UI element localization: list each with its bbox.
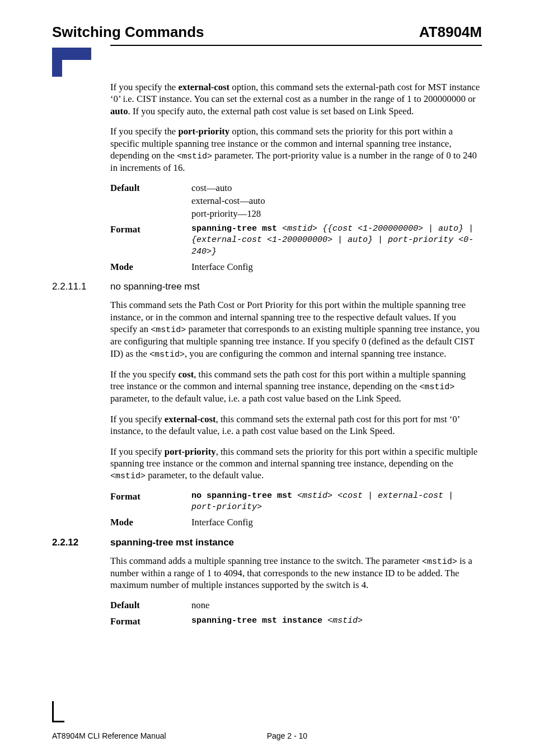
definition-list: Default cost—auto external-cost—auto por… xyxy=(110,182,482,273)
def-mode: Interface Config xyxy=(191,516,482,529)
section-heading: 2.2.12 spanning-tree mst instance xyxy=(110,537,482,548)
svg-rect-1 xyxy=(52,48,62,77)
content-column: If you specify the external-cost option,… xyxy=(110,81,482,636)
term-format: Format xyxy=(110,223,191,258)
section-heading: 2.2.11.1 no spanning-tree mst xyxy=(110,281,482,292)
paragraph: This command adds a multiple spanning tr… xyxy=(110,555,482,591)
header-left: Switching Commands xyxy=(52,24,204,41)
svg-rect-2 xyxy=(52,701,54,722)
section-title: no spanning-tree mst xyxy=(110,281,200,292)
page-footer: AT8904M CLI Reference Manual Page 2 - 10 xyxy=(52,731,482,740)
def-format: spanning-tree mst instance <mstid> xyxy=(191,615,482,628)
section-title: spanning-tree mst instance xyxy=(110,537,234,548)
term-mode: Mode xyxy=(110,516,191,529)
def-mode: Interface Config xyxy=(191,261,482,274)
term-default: Default xyxy=(110,599,191,612)
term-format: Format xyxy=(110,491,191,514)
def-default: cost—auto external-cost—auto port-priori… xyxy=(191,182,482,220)
footer-right: Page 2 - 10 xyxy=(267,731,307,740)
paragraph: If you specify the port-priority option,… xyxy=(110,125,482,174)
footer-left: AT8904M CLI Reference Manual xyxy=(52,731,166,740)
def-format: spanning-tree mst <mstid> {{cost <1-2000… xyxy=(191,223,482,258)
section-number: 2.2.11.1 xyxy=(52,281,110,292)
term-mode: Mode xyxy=(110,261,191,274)
paragraph: This command sets the Path Cost or Port … xyxy=(110,299,482,360)
paragraph: If you specify the external-cost option,… xyxy=(110,81,482,117)
header-right: AT8904M xyxy=(419,24,482,41)
term-format: Format xyxy=(110,615,191,628)
paragraph: If the you specify cost, this command se… xyxy=(110,368,482,405)
page-header: Switching Commands AT8904M xyxy=(52,24,482,41)
definition-list: Default none Format spanning-tree mst in… xyxy=(110,599,482,628)
section-number: 2.2.12 xyxy=(52,537,110,548)
def-format: no spanning-tree mst <mstid> <cost | ext… xyxy=(191,491,482,514)
corner-logo-icon xyxy=(52,48,91,77)
paragraph: If you specify port-priority, this comma… xyxy=(110,446,482,482)
svg-rect-3 xyxy=(52,721,64,722)
paragraph: If you specify external-cost, this comma… xyxy=(110,413,482,437)
corner-mark-icon xyxy=(52,701,64,722)
definition-list: Format no spanning-tree mst <mstid> <cos… xyxy=(110,491,482,529)
term-default: Default xyxy=(110,182,191,220)
header-rule xyxy=(110,45,482,46)
def-default: none xyxy=(191,599,482,612)
